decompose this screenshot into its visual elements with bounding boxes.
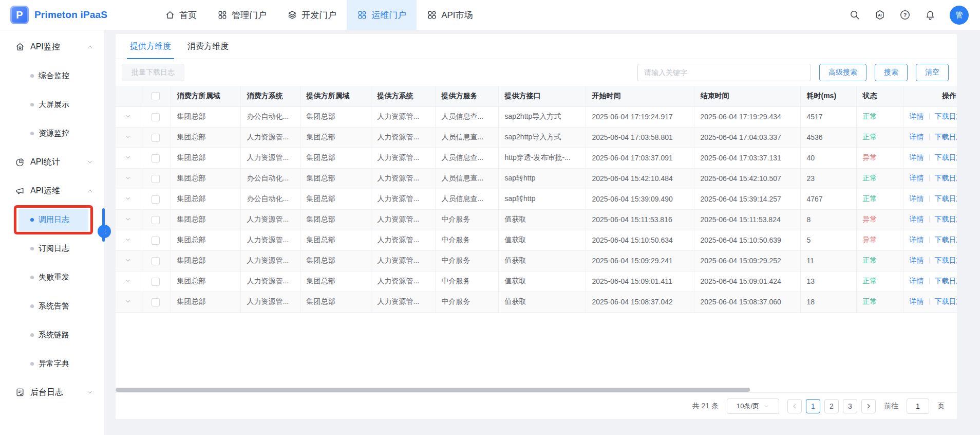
download-log-link[interactable]: 下载日志 bbox=[935, 133, 957, 141]
row-checkbox[interactable] bbox=[152, 195, 160, 204]
row-checkbox[interactable] bbox=[152, 278, 160, 286]
sidebar-scrollbar-thumb[interactable] bbox=[102, 208, 105, 242]
sidebar-item-exception-dict[interactable]: 异常字典 bbox=[0, 349, 104, 378]
sidebar-item-subscribe-log[interactable]: 订阅日志 bbox=[0, 234, 104, 263]
sidebar-item-invoke-log[interactable]: 调用日志 bbox=[0, 205, 104, 234]
help-icon[interactable]: ? bbox=[899, 9, 911, 21]
cell-provider_domain: 集团总部 bbox=[300, 292, 371, 312]
chevron-down-icon[interactable] bbox=[124, 215, 131, 223]
sidebar-item-system-trace[interactable]: 系统链路 bbox=[0, 320, 104, 349]
sidebar-item-label: 订阅日志 bbox=[39, 244, 69, 253]
sidebar-item-combined-monitoring[interactable]: 综合监控 bbox=[0, 61, 104, 90]
detail-link[interactable]: 详情 bbox=[910, 153, 924, 161]
prev-page-button[interactable] bbox=[787, 399, 802, 413]
tab-consumer-dimension[interactable]: 消费方维度 bbox=[179, 34, 237, 59]
nav-item-label: 首页 bbox=[179, 9, 197, 21]
status-badge: 正常 bbox=[863, 194, 877, 203]
detail-link[interactable]: 详情 bbox=[910, 112, 924, 120]
row-checkbox[interactable] bbox=[152, 175, 160, 183]
tab-provider-dimension[interactable]: 提供方维度 bbox=[122, 34, 179, 59]
batch-download-button[interactable]: 批量下载日志 bbox=[122, 64, 184, 81]
nav-item-home[interactable]: 首页 bbox=[155, 0, 207, 30]
download-log-link[interactable]: 下载日志 bbox=[935, 235, 957, 244]
detail-link[interactable]: 详情 bbox=[910, 194, 924, 203]
nav-item-label: 运维门户 bbox=[371, 9, 406, 21]
pager: 123 bbox=[787, 399, 876, 413]
table-row: 集团总部人力资源管...集团总部人力资源管...中介服务值获取2025-06-0… bbox=[116, 292, 957, 312]
chevron-down-icon[interactable] bbox=[124, 174, 131, 182]
chevron-down-icon[interactable] bbox=[124, 133, 131, 140]
page-number-button[interactable]: 3 bbox=[843, 399, 857, 413]
cell-provider_domain: 集团总部 bbox=[300, 250, 371, 271]
row-checkbox[interactable] bbox=[152, 257, 160, 265]
download-log-link[interactable]: 下载日志 bbox=[935, 112, 957, 120]
column-header-consumer_domain: 消费方所属域 bbox=[171, 86, 240, 106]
cell-consumer_system: 人力资源管... bbox=[240, 250, 300, 271]
table-row: 集团总部人力资源管...集团总部人力资源管...人员信息查...sap2http… bbox=[116, 127, 957, 148]
nav-item-ops-portal[interactable]: 运维门户 bbox=[347, 0, 417, 30]
horizontal-scrollbar-thumb[interactable] bbox=[116, 388, 750, 392]
sidebar-section-api-operations[interactable]: API运维 bbox=[0, 176, 104, 205]
chevron-down-icon[interactable] bbox=[124, 298, 131, 305]
sidebar-item-system-alert[interactable]: 系统告警 bbox=[0, 292, 104, 320]
chevron-down-icon[interactable] bbox=[124, 257, 131, 264]
cell-checkbox bbox=[141, 292, 171, 312]
download-log-link[interactable]: 下载日志 bbox=[935, 277, 957, 285]
chevron-down-icon[interactable] bbox=[124, 154, 131, 161]
ai-assistant-icon[interactable]: AI bbox=[874, 9, 885, 21]
cell-start_time: 2025-06-04 15:09:01.411 bbox=[586, 271, 694, 292]
user-avatar[interactable]: 管 bbox=[950, 6, 969, 25]
row-checkbox[interactable] bbox=[152, 134, 160, 142]
cell-start_time: 2025-06-04 17:19:24.917 bbox=[586, 106, 694, 127]
detail-link[interactable]: 详情 bbox=[910, 133, 924, 141]
chevron-down-icon[interactable] bbox=[124, 113, 131, 120]
row-checkbox[interactable] bbox=[152, 113, 160, 121]
status-badge: 异常 bbox=[863, 215, 877, 223]
sidebar-section-api-statistics[interactable]: API统计 bbox=[0, 148, 104, 176]
select-all-checkbox[interactable] bbox=[152, 92, 160, 100]
detail-link[interactable]: 详情 bbox=[910, 277, 924, 285]
row-checkbox[interactable] bbox=[152, 154, 160, 162]
row-checkbox[interactable] bbox=[152, 237, 160, 245]
page-number-button[interactable]: 2 bbox=[824, 399, 839, 413]
goto-page-input[interactable] bbox=[907, 398, 929, 414]
chevron-down-icon[interactable] bbox=[124, 277, 131, 284]
sidebar-section-api-monitoring[interactable]: API监控 bbox=[0, 32, 104, 61]
search-button[interactable]: 搜索 bbox=[875, 64, 908, 81]
download-log-link[interactable]: 下载日志 bbox=[935, 153, 957, 161]
nav-item-admin-portal[interactable]: 管理门户 bbox=[207, 0, 277, 30]
sidebar-item-big-screen[interactable]: 大屏展示 bbox=[0, 90, 104, 119]
nav-item-api-market[interactable]: API市场 bbox=[417, 0, 483, 30]
notification-bell-icon[interactable] bbox=[925, 9, 936, 21]
download-log-link[interactable]: 下载日志 bbox=[935, 256, 957, 264]
cell-consumer_system: 人力资源管... bbox=[240, 230, 300, 250]
cell-end_time: 2025-06-04 15:09:01.424 bbox=[694, 271, 800, 292]
detail-link[interactable]: 详情 bbox=[910, 174, 924, 182]
download-log-link[interactable]: 下载日志 bbox=[935, 215, 957, 223]
cell-consumer_domain: 集团总部 bbox=[171, 189, 240, 209]
detail-link[interactable]: 详情 bbox=[910, 215, 924, 223]
search-icon[interactable] bbox=[849, 9, 860, 21]
advanced-search-button[interactable]: 高级搜索 bbox=[819, 64, 866, 81]
sidebar-item-fail-resend[interactable]: 失败重发 bbox=[0, 263, 104, 292]
cell-provider_system: 人力资源管... bbox=[371, 168, 435, 189]
cell-end_time: 2025-06-04 17:04:03.337 bbox=[694, 127, 800, 148]
clear-button[interactable]: 清空 bbox=[916, 64, 949, 81]
detail-link[interactable]: 详情 bbox=[910, 235, 924, 244]
sidebar-item-resource-monitoring[interactable]: 资源监控 bbox=[0, 119, 104, 148]
chevron-down-icon[interactable] bbox=[124, 195, 131, 202]
next-page-button[interactable] bbox=[861, 399, 876, 413]
download-log-link[interactable]: 下载日志 bbox=[935, 194, 957, 203]
detail-link[interactable]: 详情 bbox=[910, 297, 924, 305]
row-checkbox[interactable] bbox=[152, 298, 160, 306]
sidebar-section-backend-log[interactable]: 后台日志 bbox=[0, 378, 104, 407]
nav-item-dev-portal[interactable]: 开发门户 bbox=[277, 0, 347, 30]
detail-link[interactable]: 详情 bbox=[910, 256, 924, 264]
row-checkbox[interactable] bbox=[152, 216, 160, 224]
page-number-button[interactable]: 1 bbox=[806, 399, 820, 413]
download-log-link[interactable]: 下载日志 bbox=[935, 174, 957, 182]
keyword-search-input[interactable] bbox=[637, 64, 811, 81]
chevron-down-icon[interactable] bbox=[124, 236, 131, 243]
download-log-link[interactable]: 下载日志 bbox=[935, 297, 957, 305]
page-size-select[interactable]: 10条/页 bbox=[727, 398, 779, 414]
